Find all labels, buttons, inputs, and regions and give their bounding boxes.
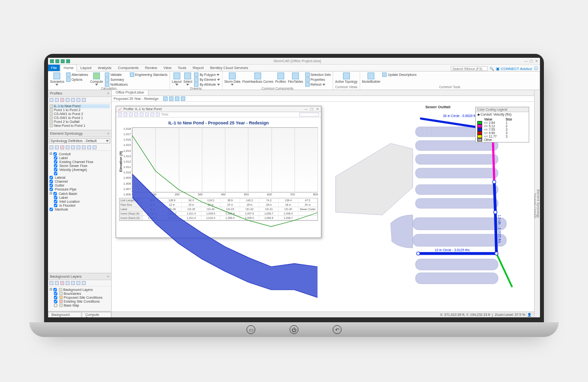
panel-close-icon[interactable]: × [107, 274, 109, 279]
tab-analysis[interactable]: Analysis [95, 65, 115, 71]
tab-home[interactable]: Home [60, 64, 77, 72]
right-dock[interactable]: Element Symbology Topology Checker [534, 90, 540, 317]
win-min-icon[interactable]: — [304, 107, 308, 111]
tree-node[interactable]: Manhole [49, 208, 110, 212]
bglayers-toolbar[interactable] [48, 280, 111, 286]
by-element-button[interactable]: By Element [194, 77, 220, 82]
tree-node[interactable]: Velocity (Average) [49, 168, 110, 172]
profile-window[interactable]: 📈 Profile: IL-1 to New Pond —▢✕ Time: IL… [116, 106, 321, 238]
tree-node[interactable]: Lateral [49, 176, 110, 180]
pan-tool-icon[interactable] [169, 96, 173, 101]
flextables-button[interactable]: FlexTables [288, 72, 303, 83]
zoom-tool-icon[interactable] [163, 96, 168, 101]
storm-data-button[interactable]: Storm Data [224, 72, 241, 86]
refresh-button[interactable]: Refresh [305, 82, 331, 87]
by-polygon-button[interactable]: By Polygon [194, 72, 220, 77]
profile-window-toolbar[interactable]: Time: [116, 112, 321, 118]
tab-tools[interactable]: Tools [175, 65, 190, 71]
redo-icon[interactable] [66, 59, 70, 63]
active-topology-button[interactable]: Active Topology [335, 72, 357, 83]
options-button[interactable]: Options [66, 77, 88, 82]
flowheadloss-button[interactable]: FlowHeadloss Curves [243, 72, 273, 83]
save-icon[interactable] [55, 59, 59, 63]
bglayer-item[interactable]: ⊟ Background Layers [49, 287, 110, 292]
modelbuilder-button[interactable]: ModelBuilder [362, 72, 381, 83]
bglayer-item[interactable]: Base Map [49, 304, 110, 308]
tree-node[interactable]: Storm Sewer Flow [49, 164, 110, 168]
bglayer-item[interactable]: Existing Site Conditions [49, 300, 110, 304]
connect-advisor-button[interactable]: ▣ CONNECT Advisor [496, 67, 532, 71]
tab-bentley-cloud[interactable]: Bentley Cloud Services [207, 65, 251, 71]
tab-review[interactable]: Review [142, 65, 160, 71]
minimize-button[interactable]: — [524, 59, 528, 63]
tree-node[interactable]: Channel [49, 180, 110, 184]
properties-button[interactable]: Properties [305, 77, 331, 82]
win-max-icon[interactable]: ▢ [310, 107, 314, 111]
profile-item[interactable]: CS-NW1 to Pond 2 [49, 112, 110, 116]
search-go-icon[interactable]: 🔍 [490, 67, 494, 71]
panel-close-icon[interactable]: × [107, 131, 109, 136]
fit-view-icon[interactable] [175, 96, 179, 101]
tree-node[interactable]: Label [49, 156, 110, 160]
tab-components[interactable]: Components [115, 65, 142, 71]
selection-sets-button[interactable]: Selection Sets [305, 72, 331, 77]
tab-compute-center[interactable]: Compute Center [82, 312, 111, 317]
tree-node[interactable]: Inlet Location [49, 200, 110, 204]
undo-icon[interactable] [61, 59, 65, 63]
select-button[interactable]: Select [183, 72, 192, 86]
plan-view[interactable]: Sewer Outfall [327, 105, 531, 309]
tree-node[interactable]: Pressure Pipe [49, 188, 110, 191]
tab-file[interactable]: File [48, 65, 60, 71]
profile-item[interactable]: IL-1 to New Pond [49, 104, 110, 108]
symbology-tree[interactable]: ⊟ Conduit Label Existing Channel Flow St… [48, 151, 111, 273]
tab-bglayers[interactable]: Background Layers [48, 312, 81, 317]
tree-node[interactable]: Existing Channel Flow [49, 160, 110, 164]
update-descriptions-button[interactable]: Update Descriptions [382, 72, 416, 77]
tab-view[interactable]: View [161, 65, 174, 71]
drawing-canvas[interactable]: 📈 Profile: IL-1 to New Pond —▢✕ Time: IL… [112, 102, 534, 311]
profile-item[interactable]: CS-SW1 to Pond 1 [49, 116, 110, 120]
profile-window-titlebar[interactable]: 📈 Profile: IL-1 to New Pond —▢✕ [116, 106, 321, 112]
tree-node[interactable] [49, 172, 110, 176]
sign-in-icon[interactable]: 👤 [527, 313, 532, 316]
quick-access-toolbar[interactable] [50, 59, 70, 63]
symbology-panel-header[interactable]: Element Symbology× [48, 130, 111, 137]
panel-close-icon[interactable]: × [107, 91, 109, 96]
rotate-view-icon[interactable] [181, 96, 185, 101]
compute-button[interactable]: Compute [90, 72, 103, 86]
bglayers-panel-header[interactable]: Background Layers× [48, 273, 111, 280]
bglayer-item[interactable]: Proposed Site Conditions [49, 296, 110, 300]
tree-node[interactable]: Is Flooded [49, 204, 110, 208]
bglayers-list[interactable]: ⊟ Background Layers Boundaries Proposed … [48, 286, 111, 309]
profile-item[interactable]: New Pond to Pond 1 [49, 124, 110, 128]
symbology-toolbar[interactable] [48, 144, 111, 151]
color-coding-legend[interactable]: Color Coding Legend ◆ Conduit: Velocity … [475, 107, 529, 143]
profiles-ribbon-button[interactable]: Profiles [275, 72, 286, 83]
help-icon[interactable]: ⓘ [534, 66, 538, 71]
profile-item[interactable]: Pond 2 to Outfall [49, 120, 110, 124]
tab-report[interactable]: Report [190, 65, 207, 71]
win-close-icon[interactable]: ✕ [316, 107, 319, 111]
summary-button[interactable]: Summary [105, 77, 127, 82]
symbology-definition-dropdown[interactable]: Symbology Definition - Default [49, 138, 110, 143]
bglayer-item[interactable]: Boundaries [49, 292, 110, 296]
profiles-list[interactable]: IL-1 to New PondPond 1 to Pond 2CS-NW1 t… [48, 103, 111, 129]
tree-node[interactable]: Gutter [49, 184, 110, 188]
tab-layout[interactable]: Layout [77, 65, 95, 71]
tree-node[interactable]: Label [49, 196, 110, 200]
document-tab[interactable]: Office Project.stsw [112, 90, 148, 96]
notifications-button[interactable]: Notifications [105, 82, 127, 87]
by-attribute-button[interactable]: By Attribute [194, 82, 220, 87]
scenarios-button[interactable]: Scenarios [50, 72, 64, 86]
bottom-dock-tabs[interactable]: Background Layers Compute Center [48, 311, 111, 317]
right-tab-symbology[interactable]: Element Symbology [537, 92, 540, 315]
ribbon-search-input[interactable] [451, 66, 488, 71]
profile-item[interactable]: Pond 1 to Pond 2 [49, 108, 110, 112]
close-button[interactable]: ✕ [535, 59, 538, 63]
layout-button[interactable]: Layout [172, 72, 182, 86]
alternatives-button[interactable]: Alternatives [66, 72, 88, 77]
eng-standards-button[interactable]: Engineering Standards [130, 72, 168, 77]
maximize-button[interactable]: ▢ [530, 59, 533, 63]
tree-node[interactable]: ⊟ Conduit [49, 152, 110, 156]
tree-node[interactable]: ⊟ Catch Basin [49, 191, 110, 196]
